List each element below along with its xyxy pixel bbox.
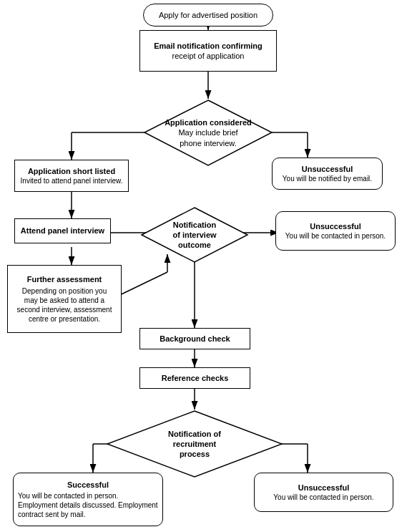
application-considered-label-bold: Application considered [165, 118, 252, 127]
short-listed-label-bold: Application short listed [28, 166, 115, 176]
background-check-node: Background check [139, 328, 250, 349]
flowchart: Apply for advertised position Email noti… [0, 0, 417, 532]
reference-checks-label-bold: Reference checks [162, 373, 229, 383]
email-notification-node: Email notification confirming receipt of… [139, 30, 277, 72]
reference-checks-node: Reference checks [139, 367, 250, 389]
short-listed-label-normal: Invited to attend panel interview. [21, 176, 123, 185]
short-listed-node: Application short listed Invited to atte… [14, 160, 129, 192]
further-assessment-label-normal: Depending on position youmay be asked to… [17, 286, 112, 324]
apply-node: Apply for advertised position [143, 4, 273, 26]
notification-interview-label-bold: Notificationof interviewoutcome [172, 221, 216, 250]
notification-interview-node: Notificationof interviewoutcome [140, 206, 249, 263]
unsuccessful-1-node: Unsuccessful You will be notified by ema… [272, 158, 383, 190]
email-notification-label-normal: receipt of application [172, 51, 245, 61]
attend-panel-node: Attend panel interview [14, 218, 111, 243]
apply-label: Apply for advertised position [159, 10, 257, 20]
application-considered-node: Application considered May include brief… [143, 99, 273, 167]
successful-node: Successful You will be contacted in pers… [13, 473, 163, 526]
background-check-label-bold: Background check [160, 334, 230, 344]
further-assessment-node: Further assessment Depending on position… [7, 265, 122, 333]
unsuccessful-3-node: Unsuccessful You will be contacted in pe… [254, 473, 393, 512]
unsuccessful-3-label-bold: Unsuccessful [298, 483, 350, 493]
successful-label-normal: You will be contacted in person. Employm… [18, 491, 158, 519]
unsuccessful-2-label-bold: Unsuccessful [310, 221, 361, 231]
attend-panel-label-bold: Attend panel interview [21, 226, 104, 236]
unsuccessful-2-node: Unsuccessful You will be contacted in pe… [275, 211, 396, 251]
email-notification-label-bold: Email notification confirming [154, 41, 263, 51]
unsuccessful-1-label-normal: You will be notified by email. [283, 174, 372, 183]
notification-recruitment-label-bold: Notification ofrecruitmentprocess [168, 430, 221, 459]
further-assessment-label-bold: Further assessment [27, 274, 102, 284]
application-considered-label-normal: May include briefphone interview. [178, 128, 237, 147]
unsuccessful-3-label-normal: You will be contacted in person. [273, 493, 373, 502]
successful-label-bold: Successful [67, 480, 109, 490]
unsuccessful-1-label-bold: Unsuccessful [302, 164, 353, 174]
notification-recruitment-node: Notification ofrecruitmentprocess [106, 410, 283, 478]
unsuccessful-2-label-normal: You will be contacted in person. [285, 231, 386, 241]
